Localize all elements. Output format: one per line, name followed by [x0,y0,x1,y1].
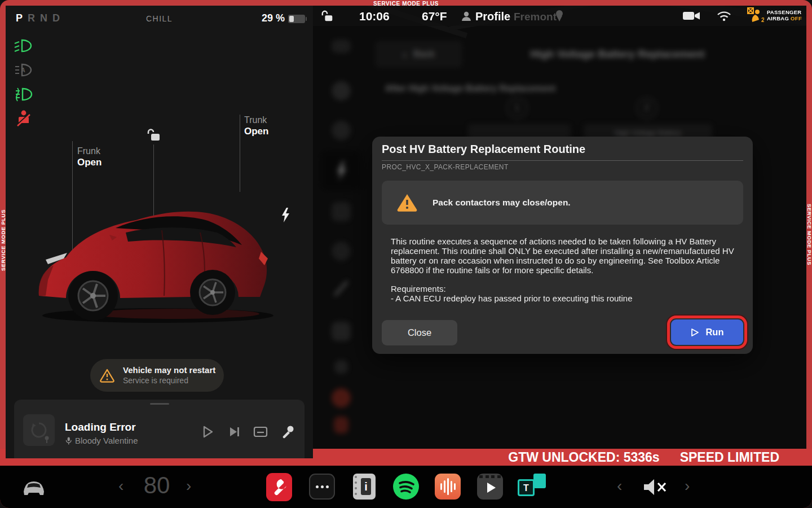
play-button[interactable] [200,424,215,439]
battery-percent: 29 % [262,12,285,24]
voice-memo-icon [65,437,72,445]
routine-modal: Post HV Battery Replacement Routine PROC… [372,137,753,354]
owners-manual-icon[interactable]: i [353,474,376,500]
run-button-highlight: Run [667,316,747,349]
karaoke-mic-button[interactable] [280,424,295,439]
alert-subtitle: Service is required [123,375,215,386]
gtw-unlocked-text: GTW UNLOCKED: 5336s [508,450,659,465]
warning-text: Pack contactors may close/open. [433,198,571,208]
map-location-label: Fremont [514,11,557,23]
modal-warning: Pack contactors may close/open. [382,181,743,225]
requirements-title: Requirements: [391,284,737,294]
center-display-panel: 10:06 67°F Profile Fremont [313,6,806,449]
warning-triangle-filled-icon [396,193,418,212]
audio-waveform-app-icon[interactable] [435,474,461,500]
fog-light-icon [14,86,33,103]
close-button[interactable]: Close [382,320,457,345]
trunk-pointer-line [240,115,240,192]
service-mode-banner-right: SERVICE MODE PLUS [806,0,812,466]
spotify-icon[interactable] [393,474,419,500]
run-button[interactable]: Run [671,319,743,345]
map-pin-icon [554,9,564,23]
media-player[interactable]: Loading Error Bloody Valentine [14,400,304,458]
airbag-line2: AIRBAG OFF [767,15,802,21]
airbag-icon: 2 [747,7,764,23]
svg-text:A: A [21,67,25,73]
speed-limited-text: SPEED LIMITED [680,450,779,465]
media-artist: Bloody Valentine [75,436,138,445]
temp-up-button[interactable]: › [186,476,191,496]
mute-icon[interactable] [643,478,668,496]
procedure-code: PROC_HVC_X_PACK-REPLACEMENT [382,163,509,171]
all-apps-icon[interactable] [309,474,335,500]
volume-up-button[interactable]: › [685,476,690,496]
trunk-status[interactable]: Trunk Open [244,115,268,137]
profile-button[interactable]: Profile [475,10,510,23]
unlocked-icon[interactable] [147,128,161,142]
car-render[interactable] [31,185,285,326]
cabin-temp-setpoint[interactable]: 80 [139,472,174,499]
routine-description: This routine executes a sequence of acti… [391,237,737,275]
svg-text:2: 2 [761,16,764,23]
media-title: Loading Error [65,421,136,433]
vehicle-status-panel: PRND CHILL 29 % A [6,6,313,458]
dashcam-icon[interactable] [682,10,700,21]
warning-triangle-icon [99,368,115,383]
wifi-icon[interactable] [716,10,732,22]
vehicle-alert: Vehicle may not restart Service is requi… [90,359,224,392]
frunk-status[interactable]: Frunk Open [77,146,102,168]
captions-button[interactable] [253,424,268,439]
skip-next-button[interactable] [227,424,242,439]
service-mode-banner-left: SERVICE MODE PLUS [0,0,6,466]
alert-title: Vehicle may not restart [123,365,215,375]
passenger-airbag-status: 2 PASSENGER AIRBAG OFF [747,7,802,23]
seatbelt-warning-icon [14,110,33,127]
clock: 10:06 [359,10,390,23]
drag-handle[interactable] [150,403,169,405]
airbag-off-state: OFF [791,15,802,21]
album-art-placeholder [23,414,55,446]
battery-icon [288,15,305,23]
media-artist-row: Bloody Valentine [65,436,138,445]
modal-title: Post HV Battery Replacement Routine [382,143,585,156]
volume-down-button[interactable]: ‹ [617,476,622,496]
tesla-touchscreen: SERVICE MODE PLUS SERVICE MODE PLUS SERV… [0,0,812,508]
profile-icon [461,11,472,22]
temp-down-button[interactable]: ‹ [118,476,123,496]
status-bar: 10:06 67°F Profile Fremont [313,6,806,26]
modal-divider [382,160,743,161]
requirement-item: - A CAN ECU redeploy has passed prior to… [391,294,737,303]
theater-icon[interactable] [477,474,503,500]
run-play-icon [690,328,699,337]
auto-headlight-icon: A [14,62,33,78]
low-beam-icon [14,37,33,54]
telltale-column: A [14,37,33,127]
service-app-icon[interactable] [266,473,292,501]
outside-temperature[interactable]: 67°F [422,10,447,23]
vehicle-unlocked-icon[interactable] [321,10,334,23]
airbag-line1: PASSENGER [767,9,802,15]
vehicle-controls-icon[interactable] [20,477,47,498]
app-launcher: ‹ 80 › i [0,466,812,508]
toybox-icon[interactable]: T [518,474,547,500]
routine-requirements: Requirements: - A CAN ECU redeploy has p… [391,284,737,303]
